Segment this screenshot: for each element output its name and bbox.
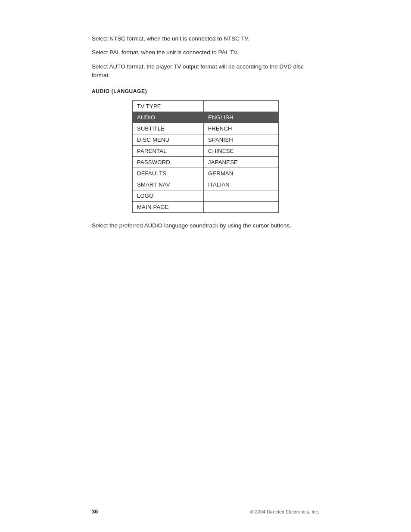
- menu-item-logo[interactable]: LOGO: [133, 190, 204, 201]
- auto-paragraph: Select AUTO format, the player TV output…: [92, 62, 319, 80]
- menu-item-subtitle[interactable]: SUBTITLE: [133, 123, 204, 134]
- page-content: Select NTSC format, when the unit is con…: [0, 0, 411, 256]
- menu-item-parental[interactable]: PARENTAL: [133, 146, 204, 156]
- bottom-instruction: Select the preferred AUDIO language soun…: [92, 221, 319, 230]
- menu-item-italian[interactable]: ITALIAN: [204, 179, 278, 190]
- menu-row-tv-type: TV TYPE: [133, 101, 278, 112]
- menu-row-main-page: MAIN PAGE: [133, 202, 278, 212]
- menu-item-password[interactable]: PASSWORD: [133, 157, 204, 168]
- ntsc-paragraph: Select NTSC format, when the unit is con…: [92, 34, 319, 43]
- menu-row-defaults: DEFAULTS GERMAN: [133, 168, 278, 179]
- menu-item-audio[interactable]: AUDIO: [133, 112, 204, 123]
- menu-row-subtitle: SUBTITLE FRENCH: [133, 123, 278, 134]
- settings-menu: TV TYPE AUDIO ENGLISH SUBTITLE FRENCH: [132, 100, 279, 213]
- copyright-text: © 2004 Directed Electronics, Inc.: [250, 509, 319, 514]
- menu-item-chinese[interactable]: CHINESE: [204, 146, 278, 156]
- menu-row-audio: AUDIO ENGLISH: [133, 112, 278, 123]
- menu-item-smart-nav[interactable]: SMART NAV: [133, 179, 204, 190]
- menu-item-tv-type[interactable]: TV TYPE: [133, 101, 204, 112]
- menu-right-logo: [204, 190, 278, 201]
- menu-item-german[interactable]: GERMAN: [204, 168, 278, 179]
- menu-item-defaults[interactable]: DEFAULTS: [133, 168, 204, 179]
- menu-row-smart-nav: SMART NAV ITALIAN: [133, 179, 278, 190]
- menu-item-disc-menu[interactable]: DISC MENU: [133, 134, 204, 145]
- menu-row-disc-menu: DISC MENU SPANISH: [133, 134, 278, 146]
- page-number: 36: [92, 508, 98, 515]
- page-footer: 36 © 2004 Directed Electronics, Inc.: [92, 508, 319, 515]
- menu-item-main-page[interactable]: MAIN PAGE: [133, 202, 204, 212]
- menu-row-logo: LOGO: [133, 190, 278, 202]
- menu-right-tv-type: [204, 101, 278, 112]
- pal-paragraph: Select PAL format, when the unit is conn…: [92, 48, 319, 57]
- menu-row-password: PASSWORD JAPANESE: [133, 157, 278, 168]
- audio-language-heading: AUDIO (LANGUAGE): [92, 88, 319, 94]
- menu-right-main-page: [204, 202, 278, 212]
- menu-row-parental: PARENTAL CHINESE: [133, 146, 278, 157]
- menu-item-spanish[interactable]: SPANISH: [204, 134, 278, 145]
- menu-item-japanese[interactable]: JAPANESE: [204, 157, 278, 168]
- menu-item-french[interactable]: FRENCH: [204, 123, 278, 134]
- menu-item-english[interactable]: ENGLISH: [204, 112, 278, 123]
